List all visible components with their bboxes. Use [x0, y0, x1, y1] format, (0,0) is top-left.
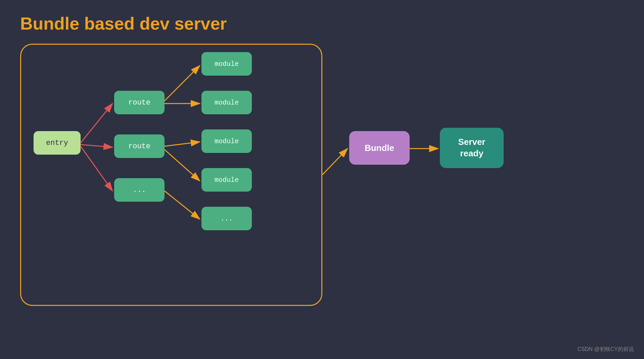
route2-node: route	[114, 134, 165, 158]
page-title: Bundle based dev server	[20, 13, 227, 34]
bundle-box-container	[20, 44, 322, 306]
server-ready-node: Serverready	[440, 128, 504, 168]
route3-node: ...	[114, 178, 165, 202]
entry-node: entry	[34, 131, 81, 155]
watermark: CSDN @初映CY的前说	[578, 346, 634, 353]
module2-node: module	[201, 91, 252, 114]
module5-node: ...	[201, 207, 252, 230]
route1-node: route	[114, 91, 165, 114]
module4-node: module	[201, 168, 252, 192]
svg-line-10	[322, 149, 348, 175]
module1-node: module	[201, 52, 252, 76]
bundle-node: Bundle	[349, 131, 410, 165]
module3-node: module	[201, 129, 252, 153]
